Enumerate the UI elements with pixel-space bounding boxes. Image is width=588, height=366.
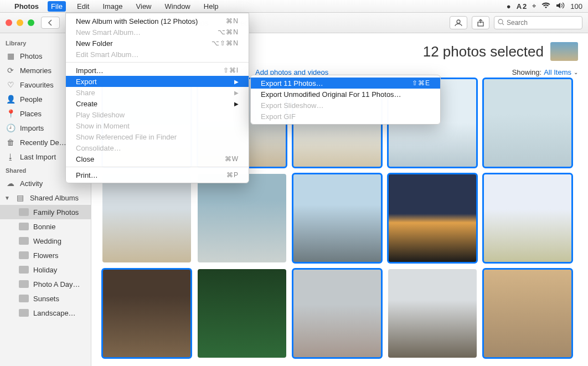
menu-item[interactable]: Close⌘W	[66, 153, 249, 164]
menu-window[interactable]: Window	[163, 1, 193, 12]
sidebar-item-shared-albums[interactable]: ▼▤Shared Albums	[0, 190, 91, 205]
menu-item: Edit Smart Album…	[66, 49, 249, 60]
photo-thumbnail[interactable]	[483, 79, 572, 167]
menu-item[interactable]: Print…⌘P	[66, 169, 249, 181]
submenu-item: Export Slideshow…	[251, 100, 440, 111]
menu-item-label: New Album with Selection (12 Photos)	[76, 17, 198, 25]
sidebar-item-label: Flowers	[33, 251, 59, 260]
pin-icon: 📍	[6, 109, 16, 118]
menu-item-label: Consolidate…	[76, 144, 121, 152]
menu-item-label: New Folder	[76, 39, 112, 48]
menu-help[interactable]: Help	[202, 1, 221, 12]
menu-image[interactable]: Image	[100, 1, 125, 12]
sidebar-item-label: Shared Albums	[30, 194, 79, 202]
search-field[interactable]	[494, 16, 582, 29]
album-thumb-icon	[19, 266, 29, 274]
album-thumb-icon	[19, 280, 29, 288]
photo-thumbnail[interactable]	[102, 269, 191, 358]
sidebar-item-label: Favourites	[20, 81, 54, 89]
trash-icon: 🗑	[6, 138, 16, 147]
menubar-status-area: ● A2 ⌖ 100	[507, 2, 582, 11]
cloud-icon: ☁	[6, 179, 16, 188]
sidebar-item-family-photos[interactable]: Family Photos	[0, 205, 91, 219]
sidebar-item-flowers[interactable]: Flowers	[0, 248, 91, 262]
menu-view[interactable]: View	[134, 1, 154, 12]
submenu-item[interactable]: Export 11 Photos…⇧⌘E	[251, 78, 440, 89]
photo-thumbnail[interactable]	[293, 174, 381, 262]
share-button[interactable]	[472, 16, 489, 29]
menu-item: Show in Moment	[66, 120, 249, 131]
sidebar-item-label: Places	[20, 110, 42, 118]
volume-icon[interactable]	[556, 2, 565, 11]
search-icon	[498, 19, 504, 27]
album-thumb-icon	[19, 208, 29, 216]
memories-icon: ⟳	[6, 66, 16, 75]
clock-icon: 🕘	[6, 123, 16, 132]
menu-item-label: Share	[76, 89, 95, 97]
window-close-button[interactable]	[6, 19, 12, 26]
submenu-arrow-icon: ▶	[234, 101, 239, 107]
people-button[interactable]	[450, 16, 467, 29]
menu-item: Play Slideshow	[66, 109, 249, 120]
svg-point-2	[498, 19, 503, 24]
sidebar-item-label: Bonnie	[33, 223, 55, 231]
submenu-item[interactable]: Export Unmodified Original For 11 Photos…	[251, 89, 440, 100]
sidebar-item-photo-a-day[interactable]: Photo A Day…	[0, 277, 91, 291]
status-dot-icon[interactable]: ●	[507, 2, 511, 11]
search-input[interactable]	[507, 19, 579, 27]
photo-thumbnail[interactable]	[198, 174, 286, 262]
menu-item: Share▶	[66, 87, 249, 98]
menu-item-label: Export	[76, 78, 97, 86]
menu-item[interactable]: New Album with Selection (12 Photos)⌘N	[66, 16, 249, 27]
sidebar-item-label: Last Import	[20, 153, 56, 161]
submenu-arrow-icon: ▶	[234, 79, 239, 85]
photo-thumbnail[interactable]	[483, 174, 572, 262]
photo-thumbnail[interactable]	[198, 269, 286, 358]
window-zoom-button[interactable]	[28, 19, 34, 26]
sidebar-item-label: Memories	[20, 66, 51, 75]
menu-file[interactable]: File	[48, 1, 66, 12]
photo-thumbnail[interactable]	[483, 269, 572, 358]
app-name[interactable]: Photos	[14, 2, 39, 11]
sidebar-item-sunsets[interactable]: Sunsets	[0, 291, 91, 306]
menu-item[interactable]: Export▶	[66, 76, 249, 87]
menu-item-label: Play Slideshow	[76, 111, 125, 119]
sidebar-item-label: Activity	[20, 179, 43, 188]
wifi-icon[interactable]	[541, 2, 550, 11]
menu-edit[interactable]: Edit	[75, 1, 91, 12]
menu-item-label: Show Referenced File in Finder	[76, 133, 177, 141]
import-icon: ⭳	[6, 152, 16, 161]
person-icon: 👤	[6, 95, 16, 104]
menu-shortcut: ⇧⌘E	[412, 79, 430, 87]
photo-thumbnail[interactable]	[388, 269, 477, 358]
sidebar-item-label: Photo A Day…	[33, 280, 80, 288]
disclosure-triangle-icon[interactable]: ▼	[4, 195, 10, 201]
window-controls	[6, 19, 34, 26]
sidebar-item-bonnie[interactable]: Bonnie	[0, 219, 91, 234]
file-menu-dropdown: New Album with Selection (12 Photos)⌘NNe…	[65, 13, 249, 183]
showing-value: All Items	[544, 68, 571, 76]
showing-filter[interactable]: Showing: All Items ⌄	[512, 68, 578, 76]
sidebar-item-holiday[interactable]: Holiday	[0, 262, 91, 277]
menu-item[interactable]: New Folder⌥⇧⌘N	[66, 38, 249, 49]
sidebar-item-label: Sunsets	[33, 295, 59, 303]
album-icon: ▤	[16, 193, 25, 202]
adobe-icon[interactable]: A2	[517, 2, 527, 11]
photo-thumbnail[interactable]	[102, 174, 191, 262]
album-cover-thumb[interactable]	[550, 42, 578, 61]
menu-item[interactable]: Import…⇧⌘I	[66, 65, 249, 76]
photo-thumbnail[interactable]	[388, 174, 477, 262]
bluetooth-icon[interactable]: ⌖	[532, 2, 536, 11]
sidebar-item-wedding[interactable]: Wedding	[0, 234, 91, 248]
photo-thumbnail[interactable]	[293, 269, 381, 358]
back-button[interactable]	[41, 17, 60, 29]
album-thumb-icon	[19, 237, 29, 245]
sidebar-item-label: Recently De…	[20, 138, 66, 147]
sidebar-item-landscape[interactable]: Landscape…	[0, 306, 91, 320]
menu-shortcut: ⌘W	[225, 155, 239, 163]
album-thumb-icon	[19, 309, 29, 317]
window-minimize-button[interactable]	[17, 19, 23, 26]
sidebar-item-label: People	[20, 95, 42, 104]
sidebar-item-label: Photos	[20, 52, 42, 60]
menu-item[interactable]: Create▶	[66, 98, 249, 109]
